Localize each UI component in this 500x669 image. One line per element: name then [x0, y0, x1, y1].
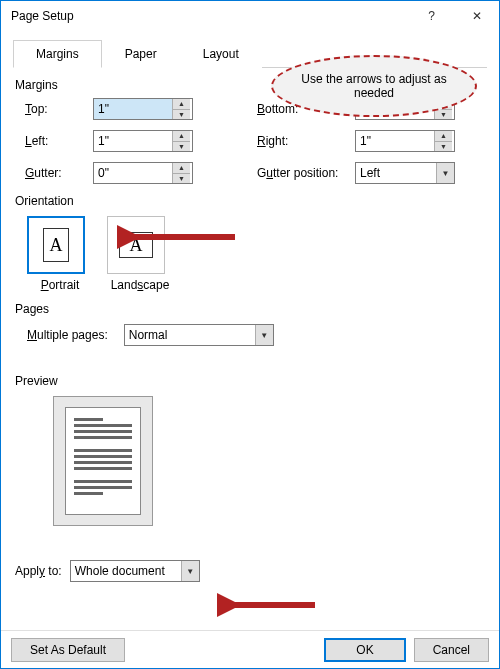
- apply-to-value: Whole document: [71, 564, 181, 578]
- gutter-spin-down[interactable]: ▼: [173, 174, 190, 184]
- annotation-arrow-2: [217, 593, 317, 617]
- bottom-spin-down[interactable]: ▼: [435, 110, 452, 120]
- top-spin-up[interactable]: ▲: [173, 99, 190, 110]
- set-default-button[interactable]: Set As Default: [11, 638, 125, 662]
- dialog-footer: Set As Default OK Cancel: [1, 630, 499, 668]
- cancel-button[interactable]: Cancel: [414, 638, 489, 662]
- section-preview-label: Preview: [15, 374, 487, 388]
- tab-paper[interactable]: Paper: [102, 40, 180, 68]
- gutter-pos-select[interactable]: Left ▼: [355, 162, 455, 184]
- multiple-pages-row: Multiple pages: Normal ▼: [27, 324, 487, 346]
- annotation-text: Use the arrows to adjust as needed: [293, 72, 455, 100]
- left-label: Left:: [25, 134, 85, 148]
- right-label: Right:: [257, 134, 347, 148]
- section-orientation-label: Orientation: [15, 194, 487, 208]
- multiple-pages-select[interactable]: Normal ▼: [124, 324, 274, 346]
- apply-to-select[interactable]: Whole document ▼: [70, 560, 200, 582]
- apply-to-row: Apply to: Whole document ▼: [15, 560, 200, 582]
- gutter-pos-label: Gutter position:: [257, 166, 347, 180]
- landscape-label: Landscape: [107, 278, 173, 292]
- preview-page-icon: [65, 407, 141, 515]
- gutter-input[interactable]: [94, 163, 172, 183]
- top-input[interactable]: [94, 99, 172, 119]
- section-pages-label: Pages: [15, 302, 487, 316]
- help-icon: ?: [428, 9, 435, 23]
- chevron-down-icon: ▼: [436, 163, 454, 183]
- chevron-down-icon: ▼: [181, 561, 199, 581]
- portrait-label: Portrait: [27, 278, 93, 292]
- annotation-callout: Use the arrows to adjust as needed: [271, 55, 477, 117]
- close-button[interactable]: ✕: [454, 1, 499, 31]
- apply-to-label: Apply to:: [15, 564, 62, 578]
- gutter-spin-up[interactable]: ▲: [173, 163, 190, 174]
- orientation-portrait[interactable]: A Portrait: [27, 216, 93, 292]
- right-spinbox[interactable]: ▲▼: [355, 130, 455, 152]
- right-input[interactable]: [356, 131, 434, 151]
- left-input[interactable]: [94, 131, 172, 151]
- help-button[interactable]: ?: [409, 1, 454, 31]
- portrait-icon: A: [27, 216, 85, 274]
- titlebar: Page Setup ? ✕: [1, 1, 499, 31]
- multiple-pages-label: Multiple pages:: [27, 328, 108, 342]
- preview-box: [53, 396, 153, 526]
- multiple-pages-value: Normal: [125, 328, 255, 342]
- left-spinbox[interactable]: ▲▼: [93, 130, 193, 152]
- top-spin-down[interactable]: ▼: [173, 110, 190, 120]
- gutter-pos-value: Left: [356, 166, 436, 180]
- tab-layout[interactable]: Layout: [180, 40, 262, 68]
- tab-margins[interactable]: Margins: [13, 40, 102, 68]
- ok-button[interactable]: OK: [324, 638, 405, 662]
- orientation-row: A Portrait A Landscape: [27, 216, 487, 292]
- chevron-down-icon: ▼: [255, 325, 273, 345]
- gutter-spinbox[interactable]: ▲▼: [93, 162, 193, 184]
- gutter-label: Gutter:: [25, 166, 85, 180]
- annotation-arrow-1: [117, 225, 237, 249]
- window-title: Page Setup: [11, 9, 74, 23]
- page-setup-dialog: Page Setup ? ✕ Use the arrows to adjust …: [0, 0, 500, 669]
- right-spin-down[interactable]: ▼: [435, 142, 452, 152]
- dialog-body: Use the arrows to adjust as needed Margi…: [1, 31, 499, 630]
- top-spinbox[interactable]: ▲▼: [93, 98, 193, 120]
- close-icon: ✕: [472, 9, 482, 23]
- left-spin-down[interactable]: ▼: [173, 142, 190, 152]
- top-label: Top:: [25, 102, 85, 116]
- right-spin-up[interactable]: ▲: [435, 131, 452, 142]
- left-spin-up[interactable]: ▲: [173, 131, 190, 142]
